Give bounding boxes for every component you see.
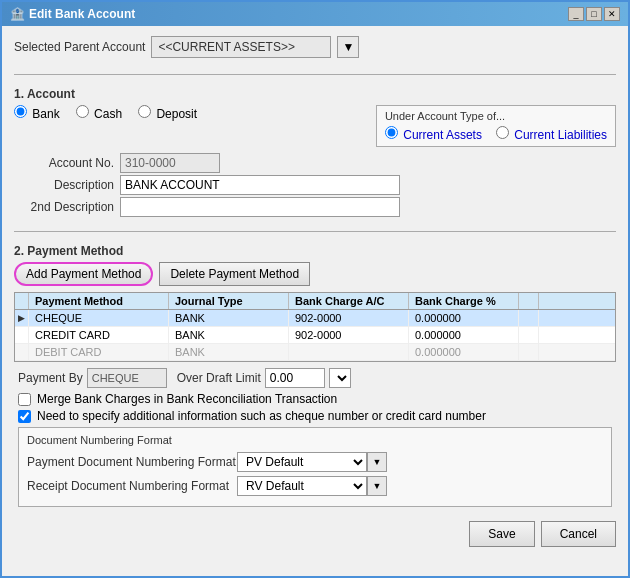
specify-info-label: Need to specify additional information s…	[37, 409, 486, 423]
current-assets-label[interactable]: Current Assets	[385, 126, 482, 142]
description-label: Description	[14, 178, 114, 192]
current-liabilities-radio[interactable]	[496, 126, 509, 139]
col-journal: Journal Type	[169, 293, 289, 309]
merge-charges-checkbox[interactable]	[18, 393, 31, 406]
delete-payment-method-button[interactable]: Delete Payment Method	[159, 262, 310, 286]
deposit-radio-label[interactable]: Deposit	[138, 105, 197, 121]
parent-account-row: Selected Parent Account <<CURRENT ASSETS…	[14, 36, 616, 58]
merge-charges-row: Merge Bank Charges in Bank Reconciliatio…	[18, 392, 612, 406]
scroll-cell	[519, 327, 539, 343]
parent-account-dropdown[interactable]: ▼	[337, 36, 359, 58]
maximize-button[interactable]: □	[586, 7, 602, 21]
charge-pct-cell: 0.000000	[409, 310, 519, 326]
edit-bank-account-window: 🏦 Edit Bank Account _ □ ✕ Selected Paren…	[0, 0, 630, 578]
cancel-button[interactable]: Cancel	[541, 521, 616, 547]
parent-account-label: Selected Parent Account	[14, 40, 145, 54]
payment-by-label: Payment By	[18, 371, 83, 385]
under-account-box: Under Account Type of... Current Assets …	[376, 105, 616, 147]
cash-radio[interactable]	[76, 105, 89, 118]
payment-by-field-group: Payment By CHEQUE	[18, 368, 167, 388]
section1: 1. Account Bank Cash Deposit	[14, 87, 616, 219]
table-row[interactable]: DEBIT CARD BANK 0.000000	[15, 344, 615, 361]
row-arrow	[15, 344, 29, 360]
account-no-input[interactable]	[120, 153, 220, 173]
row-arrow: ▶	[15, 310, 29, 326]
description-input[interactable]	[120, 175, 400, 195]
payment-by-row: Payment By CHEQUE Over Draft Limit ▼	[18, 368, 612, 388]
pm-buttons: Add Payment Method Delete Payment Method	[14, 262, 616, 286]
bank-icon: 🏦	[10, 7, 25, 21]
method-cell: CREDIT CARD	[29, 327, 169, 343]
window-body: Selected Parent Account <<CURRENT ASSETS…	[2, 26, 628, 576]
description-row: Description	[14, 175, 616, 195]
receipt-doc-dropdown-btn[interactable]: ▼	[367, 476, 387, 496]
doc-numbering-box: Document Numbering Format Payment Docume…	[18, 427, 612, 507]
current-liabilities-label[interactable]: Current Liabilities	[496, 126, 607, 142]
payment-doc-select[interactable]: PV Default PV Custom	[237, 452, 367, 472]
scroll-cell	[519, 310, 539, 326]
current-assets-radio[interactable]	[385, 126, 398, 139]
section2-label: 2. Payment Method	[14, 244, 616, 258]
deposit-radio[interactable]	[138, 105, 151, 118]
footer-buttons: Save Cancel	[14, 515, 616, 551]
receipt-doc-label: Receipt Document Numbering Format	[27, 479, 237, 493]
journal-cell: BANK	[169, 310, 289, 326]
charge-pct-cell: 0.000000	[409, 344, 519, 360]
second-desc-row: 2nd Description	[14, 197, 616, 217]
parent-account-field: <<CURRENT ASSETS>>	[151, 36, 331, 58]
overdraft-label: Over Draft Limit	[177, 371, 261, 385]
col-scroll	[519, 293, 539, 309]
payment-by-value: CHEQUE	[87, 368, 167, 388]
col-arrow	[15, 293, 29, 309]
second-desc-label: 2nd Description	[14, 200, 114, 214]
title-bar-controls: _ □ ✕	[568, 7, 620, 21]
payment-doc-row: Payment Document Numbering Format PV Def…	[27, 452, 603, 472]
payment-doc-label: Payment Document Numbering Format	[27, 455, 237, 469]
specify-info-checkbox[interactable]	[18, 410, 31, 423]
table-header: Payment Method Journal Type Bank Charge …	[15, 293, 615, 310]
save-button[interactable]: Save	[469, 521, 534, 547]
account-no-label: Account No.	[14, 156, 114, 170]
receipt-doc-select[interactable]: RV Default RV Custom	[237, 476, 367, 496]
overdraft-field-group: Over Draft Limit ▼	[177, 368, 351, 388]
under-account-title: Under Account Type of...	[385, 110, 607, 122]
separator-1	[14, 74, 616, 75]
merge-charges-label: Merge Bank Charges in Bank Reconciliatio…	[37, 392, 337, 406]
section2: 2. Payment Method Add Payment Method Del…	[14, 244, 616, 507]
account-no-row: Account No.	[14, 153, 616, 173]
charge-ac-cell: 902-0000	[289, 310, 409, 326]
charge-pct-cell: 0.000000	[409, 327, 519, 343]
add-payment-method-button[interactable]: Add Payment Method	[14, 262, 153, 286]
col-charge-ac: Bank Charge A/C	[289, 293, 409, 309]
title-bar-text: 🏦 Edit Bank Account	[10, 7, 135, 21]
specify-info-row: Need to specify additional information s…	[18, 409, 612, 423]
receipt-doc-row: Receipt Document Numbering Format RV Def…	[27, 476, 603, 496]
scroll-cell	[519, 344, 539, 360]
overdraft-input[interactable]	[265, 368, 325, 388]
section1-label: 1. Account	[14, 87, 616, 101]
doc-numbering-title: Document Numbering Format	[27, 434, 603, 446]
journal-cell: BANK	[169, 327, 289, 343]
bank-radio[interactable]	[14, 105, 27, 118]
cash-radio-label[interactable]: Cash	[76, 105, 122, 121]
method-cell: DEBIT CARD	[29, 344, 169, 360]
close-button[interactable]: ✕	[604, 7, 620, 21]
row-arrow	[15, 327, 29, 343]
overdraft-dropdown[interactable]: ▼	[329, 368, 351, 388]
title-bar: 🏦 Edit Bank Account _ □ ✕	[2, 2, 628, 26]
payment-doc-dropdown-btn[interactable]: ▼	[367, 452, 387, 472]
table-row[interactable]: ▶ CHEQUE BANK 902-0000 0.000000	[15, 310, 615, 327]
col-charge-pct: Bank Charge %	[409, 293, 519, 309]
journal-cell: BANK	[169, 344, 289, 360]
bank-radio-label[interactable]: Bank	[14, 105, 60, 121]
minimize-button[interactable]: _	[568, 7, 584, 21]
table-row[interactable]: CREDIT CARD BANK 902-0000 0.000000	[15, 327, 615, 344]
method-cell: CHEQUE	[29, 310, 169, 326]
charge-ac-cell: 902-0000	[289, 327, 409, 343]
account-type-group: Bank Cash Deposit	[14, 105, 197, 121]
charge-ac-cell	[289, 344, 409, 360]
second-desc-input[interactable]	[120, 197, 400, 217]
col-method: Payment Method	[29, 293, 169, 309]
separator-2	[14, 231, 616, 232]
payment-method-table: Payment Method Journal Type Bank Charge …	[14, 292, 616, 362]
